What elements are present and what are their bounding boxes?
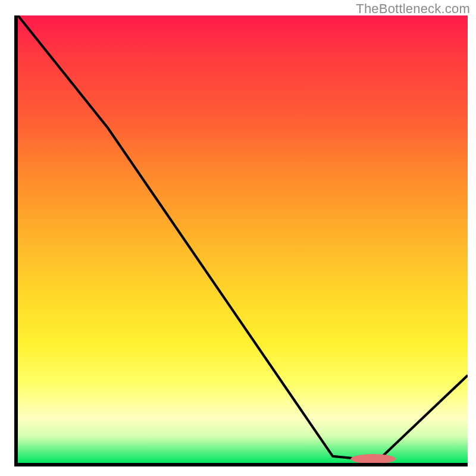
watermark-text: TheBottleneck.com xyxy=(356,1,470,17)
plot-area xyxy=(14,15,468,466)
chart-container: TheBottleneck.com xyxy=(0,0,476,476)
min-marker xyxy=(18,15,468,465)
svg-rect-0 xyxy=(350,454,396,464)
